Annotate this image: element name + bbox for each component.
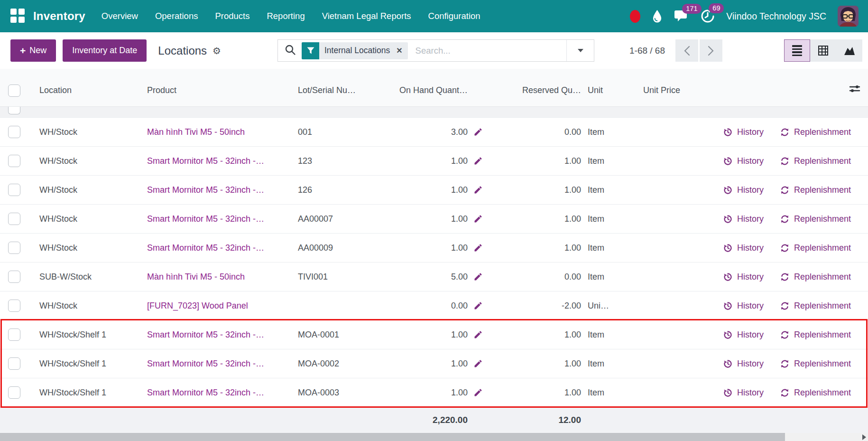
row-checkbox[interactable] (8, 184, 20, 196)
table-row[interactable]: WH/Stock/Shelf 1 Smart Mornitor M5 - 32i… (0, 349, 868, 378)
pager-next-button[interactable] (700, 39, 722, 62)
product-link[interactable]: Smart Mornitor M5 - 32inch -… (147, 185, 264, 195)
row-checkbox[interactable] (8, 357, 20, 370)
new-button[interactable]: + New (10, 39, 56, 62)
list-view-button[interactable] (784, 39, 810, 62)
row-checkbox[interactable] (8, 126, 20, 138)
row-checkbox[interactable] (8, 386, 20, 399)
table-row[interactable]: WH/Stock Smart Mornitor M5 - 32inch -… 1… (0, 175, 868, 204)
replenishment-link[interactable]: Replenishment (780, 156, 851, 166)
history-link[interactable]: History (723, 243, 764, 253)
replenishment-link[interactable]: Replenishment (780, 243, 851, 253)
product-link[interactable]: Smart Mornitor M5 - 32inch -… (147, 243, 264, 253)
search-box[interactable]: Internal Locations ✕ Search... (277, 39, 594, 62)
menu-item-overview[interactable]: Overview (102, 11, 138, 21)
horizontal-scrollbar[interactable] (0, 433, 868, 441)
table-row[interactable]: SUB-W/Stock Màn hình Tivi M5 - 50inch TI… (0, 262, 868, 291)
search-dropdown-toggle[interactable] (566, 40, 594, 61)
pencil-icon (473, 243, 483, 253)
history-link[interactable]: History (723, 272, 764, 282)
app-title[interactable]: Inventory (33, 9, 85, 23)
menu-item-reporting[interactable]: Reporting (267, 11, 305, 21)
product-link[interactable]: Màn hình Tivi M5 - 50inch (147, 127, 245, 137)
column-header-on-hand[interactable]: On Hand Quant… (379, 85, 468, 95)
replenishment-link[interactable]: Replenishment (780, 214, 851, 224)
optional-columns-icon[interactable] (849, 84, 860, 95)
row-checkbox[interactable] (8, 107, 20, 114)
product-link[interactable]: Smart Mornitor M5 - 32inch -… (147, 388, 264, 397)
apps-grid-icon[interactable] (10, 9, 26, 24)
select-all-checkbox[interactable] (8, 84, 20, 97)
column-header-unit[interactable]: Unit (581, 85, 636, 95)
table-row[interactable]: WH/Stock [FURN_7023] Wood Panel 0.00 -2.… (0, 291, 868, 320)
replenishment-link[interactable]: Replenishment (780, 388, 851, 398)
row-checkbox[interactable] (8, 300, 20, 312)
facet-remove-icon[interactable]: ✕ (395, 46, 407, 55)
edit-quantity-button[interactable] (468, 243, 489, 253)
menu-item-operations[interactable]: Operations (155, 11, 198, 21)
history-link[interactable]: History (723, 301, 764, 311)
replenishment-link[interactable]: Replenishment (780, 185, 851, 195)
row-checkbox[interactable] (8, 213, 20, 225)
history-link[interactable]: History (723, 359, 764, 369)
replenishment-link[interactable]: Replenishment (780, 127, 851, 137)
replenishment-link[interactable]: Replenishment (780, 359, 851, 369)
user-avatar[interactable] (838, 6, 859, 27)
top-navbar: Inventory Overview Operations Products R… (0, 0, 868, 32)
history-link[interactable]: History (723, 388, 764, 398)
edit-quantity-button[interactable] (468, 185, 489, 195)
product-link[interactable]: [FURN_7023] Wood Panel (147, 301, 248, 310)
table-row[interactable]: WH/Stock Smart Mornitor M5 - 32inch -… 1… (0, 146, 868, 175)
column-header-unit-price[interactable]: Unit Price (636, 85, 700, 95)
search-input[interactable]: Search... (416, 46, 566, 56)
droplet-icon[interactable] (652, 9, 663, 23)
edit-quantity-button[interactable] (468, 214, 489, 224)
column-header-location[interactable]: Location (28, 85, 140, 95)
product-link[interactable]: Màn hình Tivi M5 - 50inch (147, 272, 245, 281)
table-row[interactable]: WH/Stock/Shelf 1 Smart Mornitor M5 - 32i… (0, 378, 868, 407)
row-checkbox[interactable] (8, 242, 20, 254)
company-name[interactable]: Viindoo Technology JSC (726, 11, 826, 22)
pager-previous-button[interactable] (675, 39, 698, 62)
history-link[interactable]: History (723, 214, 764, 224)
menu-item-products[interactable]: Products (215, 11, 249, 21)
product-link[interactable]: Smart Mornitor M5 - 32inch -… (147, 359, 264, 368)
table-row[interactable]: WH/Stock Màn hình Tivi M5 - 50inch 001 3… (0, 117, 868, 146)
row-checkbox[interactable] (8, 328, 20, 341)
edit-quantity-button[interactable] (468, 127, 489, 137)
menu-item-vietnam-legal-reports[interactable]: Vietnam Legal Reports (322, 11, 411, 21)
product-link[interactable]: Smart Mornitor M5 - 32inch -… (147, 330, 264, 339)
column-header-lot[interactable]: Lot/Serial Nu… (289, 85, 379, 95)
edit-quantity-button[interactable] (468, 388, 489, 397)
menu-item-configuration[interactable]: Configuration (428, 11, 480, 21)
row-checkbox[interactable] (8, 271, 20, 283)
product-link[interactable]: Smart Mornitor M5 - 32inch -… (147, 156, 264, 166)
history-link[interactable]: History (723, 330, 764, 340)
pivot-view-button[interactable] (810, 39, 836, 62)
edit-quantity-button[interactable] (468, 301, 489, 310)
edit-quantity-button[interactable] (468, 330, 489, 339)
messages-icon[interactable]: 171 (674, 9, 689, 23)
history-link[interactable]: History (723, 127, 764, 137)
column-header-product[interactable]: Product (140, 85, 289, 95)
gear-icon[interactable]: ⚙ (212, 45, 221, 56)
edit-quantity-button[interactable] (468, 156, 489, 166)
table-row[interactable]: WH/Stock Smart Mornitor M5 - 32inch -… A… (0, 233, 868, 262)
activity-clock-icon[interactable]: 69 (701, 9, 715, 23)
edit-quantity-button[interactable] (468, 359, 489, 368)
graph-view-button[interactable] (836, 39, 862, 62)
replenishment-link[interactable]: Replenishment (780, 301, 851, 311)
column-header-reserved[interactable]: Reserved Qu… (489, 85, 581, 95)
table-row[interactable]: WH/Stock Smart Mornitor M5 - 32inch -… A… (0, 204, 868, 233)
replenishment-link[interactable]: Replenishment (780, 272, 851, 282)
replenishment-link[interactable]: Replenishment (780, 330, 851, 340)
edit-quantity-button[interactable] (468, 272, 489, 281)
history-link[interactable]: History (723, 156, 764, 166)
scrollbar-thumb[interactable] (0, 433, 785, 441)
history-link[interactable]: History (723, 185, 764, 195)
row-checkbox[interactable] (8, 155, 20, 167)
table-row[interactable]: WH/Stock/Shelf 1 Smart Mornitor M5 - 32i… (0, 320, 868, 349)
inventory-at-date-button[interactable]: Inventory at Date (63, 39, 147, 62)
scrollbar-right-arrow[interactable] (862, 434, 866, 440)
product-link[interactable]: Smart Mornitor M5 - 32inch -… (147, 214, 264, 224)
